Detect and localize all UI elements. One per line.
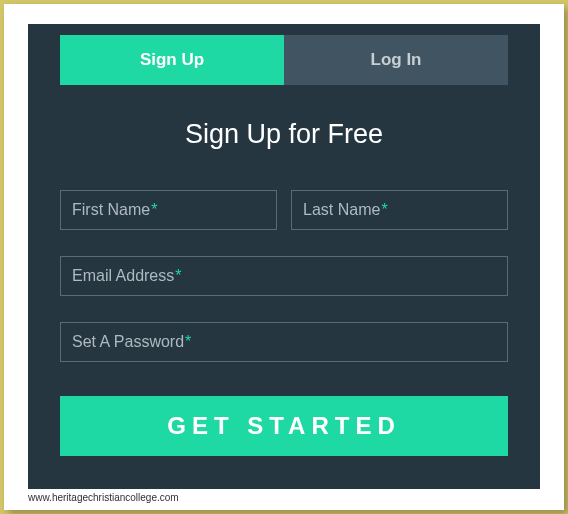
- signup-card: Sign Up Log In Sign Up for Free First Na…: [28, 24, 540, 489]
- password-row: Set A Password*: [60, 322, 508, 362]
- page-container: Sign Up Log In Sign Up for Free First Na…: [4, 4, 564, 510]
- email-row: Email Address*: [60, 256, 508, 296]
- form-title: Sign Up for Free: [60, 119, 508, 150]
- credit-text: www.heritagechristiancollege.com: [28, 492, 540, 503]
- first-name-wrap: First Name*: [60, 190, 277, 230]
- name-row: First Name* Last Name*: [60, 190, 508, 230]
- last-name-input[interactable]: [291, 190, 508, 230]
- tab-login[interactable]: Log In: [284, 35, 508, 85]
- auth-tabs: Sign Up Log In: [60, 35, 508, 85]
- get-started-button[interactable]: GET STARTED: [60, 396, 508, 456]
- email-wrap: Email Address*: [60, 256, 508, 296]
- password-wrap: Set A Password*: [60, 322, 508, 362]
- tab-signup[interactable]: Sign Up: [60, 35, 284, 85]
- password-input[interactable]: [60, 322, 508, 362]
- email-input[interactable]: [60, 256, 508, 296]
- last-name-wrap: Last Name*: [291, 190, 508, 230]
- first-name-input[interactable]: [60, 190, 277, 230]
